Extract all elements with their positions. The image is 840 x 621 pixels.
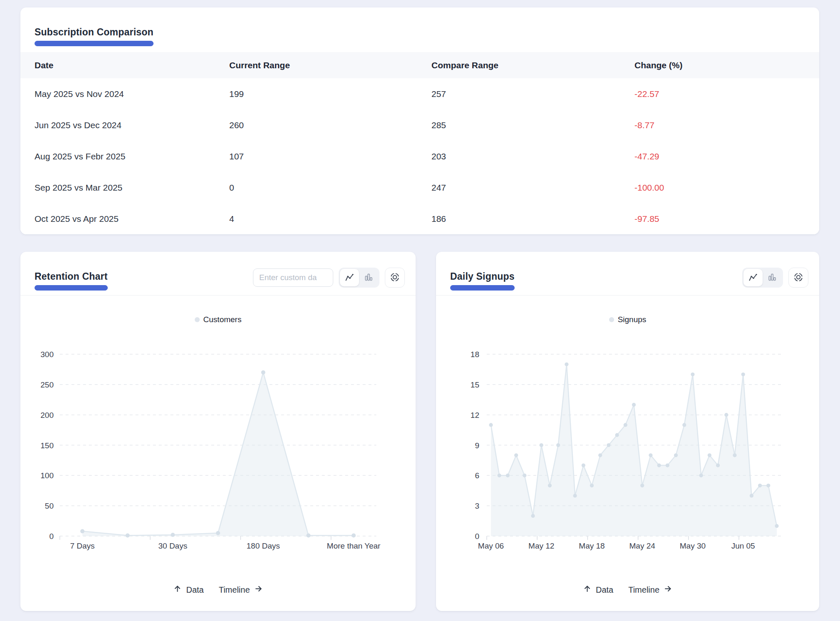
- cell-change: -100.00: [634, 172, 664, 203]
- data-point: [674, 453, 678, 457]
- data-point: [80, 529, 84, 533]
- signups-title: Daily Signups: [450, 271, 515, 282]
- retention-footer: Data Timeline: [20, 584, 416, 595]
- subscription-title: Subscription Comparison: [35, 27, 154, 38]
- legend-dot: [195, 317, 200, 322]
- data-point: [775, 524, 778, 528]
- bar-chart-toggle-button[interactable]: [359, 269, 378, 286]
- cell-change: -8.77: [634, 109, 654, 141]
- signups-controls: [742, 268, 808, 288]
- focus-scan-icon: [390, 272, 400, 283]
- data-point: [540, 443, 543, 447]
- focus-scan-icon: [793, 272, 803, 283]
- cell-date: Jun 2025 vs Dec 2024: [35, 109, 121, 141]
- data-point: [750, 494, 753, 497]
- retention-title-wrap: Retention Chart: [35, 271, 108, 291]
- retention-card-header: Retention Chart: [20, 252, 416, 296]
- cell-compare-range: 247: [431, 172, 446, 203]
- cell-change: -47.29: [634, 141, 659, 172]
- data-point: [514, 453, 518, 457]
- data-point: [624, 423, 627, 427]
- timeline-button-label: Timeline: [628, 585, 659, 595]
- data-point: [506, 474, 510, 477]
- data-point: [573, 494, 577, 497]
- title-underline: [450, 285, 515, 291]
- svg-text:May 06: May 06: [478, 542, 504, 550]
- column-header: Date: [35, 52, 54, 78]
- data-point: [691, 373, 694, 376]
- data-button-label: Data: [596, 585, 613, 595]
- data-point: [171, 533, 175, 537]
- daily-signups-card: Daily Signups: [436, 252, 819, 611]
- signups-legend[interactable]: Signups: [436, 315, 819, 324]
- line-chart-toggle-button[interactable]: [743, 269, 763, 286]
- column-header: Change (%): [634, 52, 683, 78]
- data-point: [699, 474, 703, 477]
- title-underline: [35, 285, 108, 291]
- bar-chart-toggle-button[interactable]: [763, 269, 782, 286]
- svg-text:More than Year: More than Year: [327, 542, 381, 550]
- title-underline: [35, 41, 154, 46]
- svg-text:May 18: May 18: [579, 542, 605, 550]
- data-point: [352, 534, 356, 538]
- timeline-button[interactable]: Timeline: [628, 584, 672, 595]
- svg-text:6: 6: [475, 471, 479, 480]
- data-point: [741, 373, 745, 376]
- legend-dot: [609, 317, 614, 322]
- retention-line-chart[interactable]: 0501001502002503007 Days30 Days180 DaysM…: [20, 327, 416, 568]
- data-point: [556, 443, 560, 447]
- snapshot-button[interactable]: [385, 268, 405, 288]
- data-point: [582, 463, 585, 467]
- line-chart-toggle-button[interactable]: [340, 269, 359, 286]
- data-point: [640, 484, 644, 487]
- data-point: [649, 453, 652, 457]
- dashboard-page: { "colors": { "page_bg": "#edeff8", "acc…: [0, 0, 840, 621]
- cell-date: May 2025 vs Nov 2024: [35, 78, 124, 109]
- cell-date: Aug 2025 vs Febr 2025: [35, 141, 125, 172]
- table-row: Aug 2025 vs Febr 2025107203-47.29: [20, 141, 819, 172]
- svg-text:0: 0: [475, 532, 479, 541]
- signups-title-wrap: Daily Signups: [450, 271, 515, 291]
- svg-text:0: 0: [49, 532, 54, 541]
- data-point: [657, 463, 661, 467]
- data-button[interactable]: Data: [173, 584, 203, 595]
- data-point: [498, 474, 501, 477]
- signups-line-chart[interactable]: 0369121518May 06May 12May 18May 24May 30…: [436, 327, 819, 568]
- chart-type-toggle: [742, 268, 783, 288]
- retention-controls: [253, 268, 405, 288]
- retention-title: Retention Chart: [35, 271, 108, 282]
- svg-text:7 Days: 7 Days: [70, 542, 94, 550]
- cell-change: -97.85: [634, 203, 659, 234]
- data-point: [590, 484, 594, 487]
- svg-text:12: 12: [471, 411, 479, 420]
- retention-legend[interactable]: Customers: [20, 315, 416, 324]
- column-header: Compare Range: [431, 52, 498, 78]
- legend-label: Customers: [203, 315, 242, 324]
- bar-chart-icon: [768, 273, 777, 283]
- data-point: [607, 443, 610, 447]
- cell-date: Sep 2025 vs Mar 2025: [35, 172, 122, 203]
- custom-date-input[interactable]: [253, 268, 333, 287]
- data-point: [733, 453, 736, 457]
- svg-text:50: 50: [45, 502, 54, 510]
- data-point: [548, 484, 552, 487]
- timeline-button-label: Timeline: [219, 585, 250, 595]
- data-point: [758, 484, 762, 487]
- timeline-button[interactable]: Timeline: [219, 584, 263, 595]
- snapshot-button[interactable]: [788, 268, 808, 288]
- svg-text:15: 15: [471, 380, 479, 389]
- cell-compare-range: 203: [431, 141, 446, 172]
- svg-text:3: 3: [475, 502, 479, 510]
- data-point: [531, 514, 535, 518]
- table-row: Jun 2025 vs Dec 2024260285-8.77: [20, 109, 819, 141]
- subscription-comparison-card: Subscription Comparison DateCurrent Rang…: [20, 7, 819, 234]
- cell-compare-range: 186: [431, 203, 446, 234]
- cell-current-range: 107: [229, 141, 244, 172]
- line-chart-icon: [345, 273, 354, 283]
- cell-compare-range: 285: [431, 109, 446, 141]
- svg-text:18: 18: [471, 350, 479, 359]
- right-arrow-icon: [254, 584, 263, 595]
- data-button[interactable]: Data: [583, 584, 613, 595]
- svg-text:300: 300: [40, 350, 54, 359]
- cell-current-range: 199: [229, 78, 244, 109]
